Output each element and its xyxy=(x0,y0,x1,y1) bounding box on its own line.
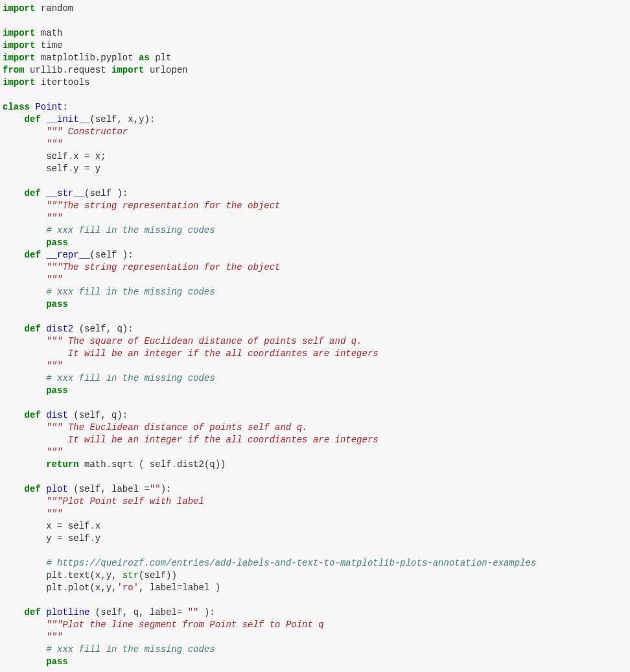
module: random xyxy=(41,3,73,14)
comment: # xxx fill in the missing codes xyxy=(46,225,215,235)
kw-import: import xyxy=(3,77,35,88)
sig: (self ): xyxy=(89,250,133,260)
docstring: """ xyxy=(3,139,62,149)
ident: plt xyxy=(46,582,62,593)
docstring: """ Constructor xyxy=(46,126,128,137)
kw-pass: pass xyxy=(46,656,68,667)
docstring: """ xyxy=(3,632,62,642)
colon: : xyxy=(62,102,67,112)
builtin-str: str xyxy=(122,570,139,581)
kw-def: def xyxy=(25,607,41,618)
dot: . xyxy=(89,521,95,531)
sig: (self, label xyxy=(68,484,145,494)
sig: ): xyxy=(161,484,172,494)
call: (self)) xyxy=(139,570,177,581)
kw-as: as xyxy=(139,53,150,63)
fn-repr: __repr__ xyxy=(46,250,89,260)
kw-class: class xyxy=(3,102,30,112)
sig: (self, q): xyxy=(68,410,128,420)
sig: (self, x,y): xyxy=(89,114,155,125)
name: urlopen xyxy=(150,65,188,75)
module: time xyxy=(41,40,63,51)
kw-def: def xyxy=(25,324,41,334)
mid: self xyxy=(62,533,89,544)
call: plot(x,y, xyxy=(68,582,117,593)
docstring: """ The Euclidean distance of points sel… xyxy=(46,422,307,433)
rhs: y xyxy=(89,163,100,174)
module: matplotlib.pyplot xyxy=(41,53,134,63)
ident: self xyxy=(46,163,68,174)
docstring: """The string representation for the obj… xyxy=(46,262,280,272)
kw-pass: pass xyxy=(46,237,68,248)
docstring: """ xyxy=(3,213,62,223)
fn-plot: plot xyxy=(46,484,68,494)
alias: plt xyxy=(155,53,171,63)
kw-def: def xyxy=(25,484,41,494)
ident: self xyxy=(46,151,68,162)
ident: plt xyxy=(46,570,62,581)
dot: . xyxy=(68,151,73,162)
docstring: It will be an integer if the all coordia… xyxy=(3,348,379,359)
class-name: Point xyxy=(35,102,62,112)
fn-dist: dist xyxy=(46,410,68,420)
kw-import: import xyxy=(3,28,35,38)
attr: x xyxy=(73,151,84,162)
sig: (self ): xyxy=(84,188,128,198)
comment: # xxx fill in the missing codes xyxy=(46,644,215,654)
docstring: """Plot the line segment from Point self… xyxy=(46,619,323,630)
dot: . xyxy=(106,459,111,470)
kw-return: return xyxy=(46,459,78,470)
rhs: x; xyxy=(89,151,106,162)
sig: (self, q): xyxy=(73,324,133,334)
kw-def: def xyxy=(25,114,41,125)
call: text(x,y, xyxy=(68,570,122,581)
lhs: y xyxy=(46,533,57,544)
lhs: x xyxy=(46,521,57,531)
docstring: """ xyxy=(3,274,62,285)
dot: . xyxy=(89,533,95,544)
docstring: It will be an integer if the all coordia… xyxy=(3,435,379,445)
dot: . xyxy=(62,582,67,593)
string: 'ro' xyxy=(117,582,139,593)
expr: math xyxy=(79,459,106,470)
docstring: """ xyxy=(3,509,62,519)
docstring: """ xyxy=(3,447,62,457)
kw-import: import xyxy=(3,53,35,63)
kw-import: import xyxy=(3,40,35,51)
sig: (self, q, label xyxy=(89,607,176,618)
space xyxy=(182,607,187,618)
docstring: """ The square of Euclidean distance of … xyxy=(46,336,362,346)
comment: # https://queirozf.com/entries/add-label… xyxy=(46,558,536,568)
kw-from: from xyxy=(3,65,25,75)
kw-def: def xyxy=(25,188,41,198)
sig: ): xyxy=(199,607,215,618)
string: "" xyxy=(188,607,199,618)
dot: . xyxy=(68,163,73,174)
attr: y xyxy=(73,163,84,174)
module: urllib.request xyxy=(30,65,106,75)
kw-def: def xyxy=(25,250,41,260)
fn-init: __init__ xyxy=(46,114,89,125)
comment: # xxx fill in the missing codes xyxy=(46,373,215,383)
fn-str: __str__ xyxy=(46,188,84,198)
comment: # xxx fill in the missing codes xyxy=(46,287,215,297)
fn-dist2: dist2 xyxy=(46,324,73,334)
docstring: """ xyxy=(3,361,62,371)
docstring: """The string representation for the obj… xyxy=(46,200,280,211)
fn-plotline: plotline xyxy=(46,607,89,618)
code-block: import random import math import time im… xyxy=(0,0,630,672)
rhs: y xyxy=(95,533,100,544)
call: label ) xyxy=(182,582,220,593)
eq: = xyxy=(144,484,149,494)
docstring: """Plot Point self with label xyxy=(46,496,204,507)
module: math xyxy=(41,28,63,38)
mid: self xyxy=(62,521,89,531)
dot: . xyxy=(171,459,176,470)
dot: . xyxy=(62,570,67,581)
kw-import: import xyxy=(111,65,144,75)
rhs: x xyxy=(95,521,100,531)
kw-def: def xyxy=(25,410,41,420)
call: , label xyxy=(139,582,177,593)
kw-import: import xyxy=(3,3,35,14)
kw-pass: pass xyxy=(46,299,68,309)
